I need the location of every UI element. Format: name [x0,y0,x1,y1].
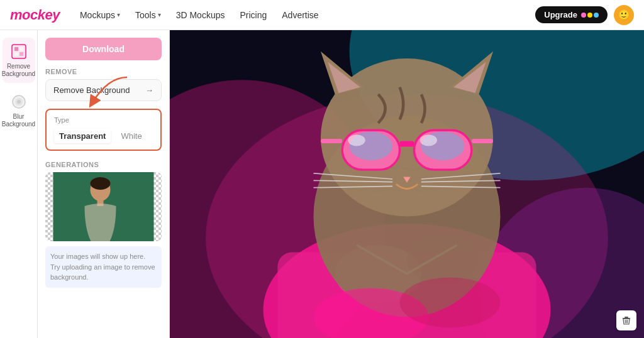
svg-rect-48 [625,317,628,318]
type-options: Transparent White [54,129,153,143]
svg-rect-33 [472,139,493,143]
chevron-down-icon: ▾ [158,11,161,18]
type-box: Type Transparent White [45,109,162,151]
svg-point-7 [17,100,21,104]
cat-image [170,30,644,338]
svg-rect-2 [19,47,23,51]
logo[interactable]: mockey [10,7,60,23]
nav-pricing[interactable]: Pricing [240,10,267,20]
nav-mockups[interactable]: Mockups ▾ [80,10,120,20]
generation-thumbnail[interactable] [45,172,162,241]
svg-point-46 [400,278,501,328]
type-transparent-button[interactable]: Transparent [54,129,111,143]
dot-pink [581,13,586,18]
remove-bg-icon [10,43,28,60]
remove-section-label: REMOVE [45,68,162,75]
canvas-area [170,30,644,338]
icon-sidebar: RemoveBackground BlurBackground [0,30,38,338]
upgrade-button[interactable]: Upgrade [535,6,608,23]
svg-point-37 [420,134,437,146]
header-right: Upgrade 🙂 [535,5,634,25]
svg-rect-32 [321,139,342,143]
remove-bg-label: RemoveBackground [2,63,35,78]
blur-bg-label: BlurBackground [2,113,35,128]
nav-tools[interactable]: Tools ▾ [135,10,161,20]
dot-blue [594,13,599,18]
panel: Download REMOVE Remove Background → Type [38,30,170,338]
arrow-right-icon: → [145,85,153,95]
type-section-wrapper: Type Transparent White [45,109,162,151]
chevron-down-icon: ▾ [117,11,120,18]
svg-rect-3 [14,52,18,56]
avatar-button[interactable]: 🙂 [614,5,634,25]
svg-rect-1 [14,47,18,51]
generations-section: GENERATIONS Your imag [45,161,162,288]
trash-icon [621,315,631,325]
main-layout: RemoveBackground BlurBackground Download… [0,30,644,338]
svg-point-36 [348,134,365,146]
trash-button[interactable] [616,310,636,330]
dot-yellow [587,13,592,18]
svg-point-11 [91,177,111,190]
svg-rect-4 [19,52,23,56]
sidebar-item-remove-bg[interactable]: RemoveBackground [3,38,35,83]
generation-thumb-svg [45,172,162,241]
cat-illustration [170,30,644,338]
generation-info-text: Your images will show up here. Try uploa… [45,246,162,288]
upgrade-dots [581,13,599,18]
header: mockey Mockups ▾ Tools ▾ 3D Mockups Pric… [0,0,644,30]
nav-advertise[interactable]: Advertise [282,10,318,20]
generations-label: GENERATIONS [45,161,162,168]
blur-bg-icon [10,93,28,111]
type-white-button[interactable]: White [116,129,147,143]
nav-3d-mockups[interactable]: 3D Mockups [176,10,225,20]
remove-background-button[interactable]: Remove Background → [45,79,162,101]
main-nav: Mockups ▾ Tools ▾ 3D Mockups Pricing Adv… [80,10,535,20]
svg-rect-0 [12,45,26,58]
download-button[interactable]: Download [45,38,162,60]
sidebar-item-blur-bg[interactable]: BlurBackground [3,88,35,133]
svg-rect-31 [400,141,414,146]
remove-section: REMOVE Remove Background → [45,68,162,101]
type-label: Type [54,116,153,124]
